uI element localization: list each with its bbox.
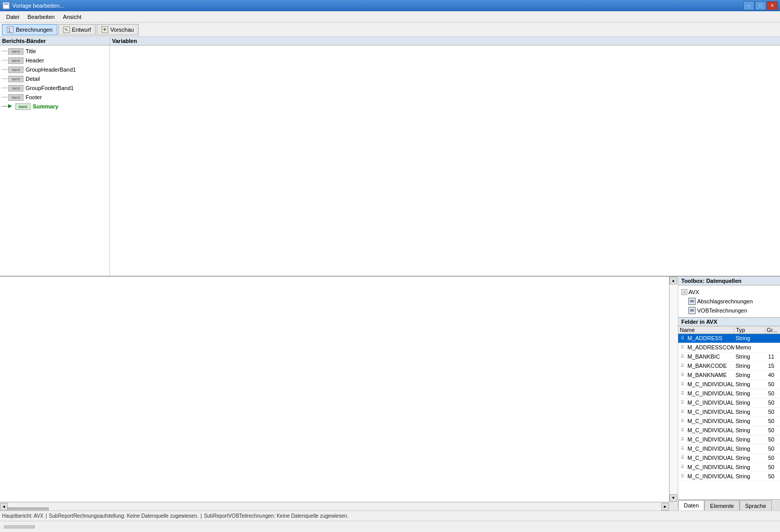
maximize-button[interactable]: □ — [755, 1, 766, 10]
felder-row[interactable]: ⠿M_C_INDIVIDUAL12String50 — [678, 408, 780, 417]
menu-item-bearbeiten[interactable]: Bearbeiten — [24, 13, 59, 21]
band-item-summary[interactable]: ┄┄┄┄▶bandSummary — [0, 102, 109, 111]
felder-row-icon: ⠿ — [678, 416, 686, 426]
felder-row-icon: ⠿ — [678, 462, 686, 472]
felder-row[interactable]: ⠿M_ADDRESSString — [678, 334, 780, 343]
band-tree-lines: ┄┄┄┄ — [1, 104, 7, 109]
tab-entwurf[interactable]: ✎ Entwurf — [58, 24, 96, 35]
menu-item-datei[interactable]: Datei — [2, 13, 24, 21]
band-item-detail[interactable]: ┄┄┄┄bandDetail — [0, 74, 109, 83]
felder-typ: String — [734, 353, 763, 360]
scroll-track-v — [670, 284, 678, 494]
top-panels: Berichts-Bänder ┄┄┄┄bandTitle┄┄┄┄bandHea… — [0, 37, 780, 277]
toolbox-item-vobteilrechnungen[interactable]: dbVOBTeilrechnungen — [680, 306, 778, 315]
svg-text:∑: ∑ — [8, 28, 11, 32]
band-label: Footer — [26, 94, 42, 100]
felder-typ: String — [734, 446, 763, 452]
band-label: GroupFooterBand1 — [26, 85, 74, 91]
felder-row[interactable]: ⠿M_C_INDIVIDUAL16String50 — [678, 445, 780, 454]
design-area[interactable]: ▲ ▼ ◄ ► — [0, 277, 678, 511]
felder-gr: 50 — [763, 436, 775, 442]
felder-typ: String — [734, 390, 763, 396]
toolbox-item-label: Abschlagsrechnungen — [697, 298, 753, 304]
scroll-thumb-h[interactable] — [8, 507, 49, 511]
felder-col-header-typ: Typ — [734, 326, 765, 334]
title-bar: Vorlage bearbeiten... – □ ✕ — [0, 0, 780, 11]
menu-item-ansicht[interactable]: Ansicht — [59, 13, 85, 21]
felder-row-icon: ⠿ — [678, 389, 686, 398]
felder-typ: String — [734, 400, 763, 406]
felder-row[interactable]: ⠿M_C_INDIVIDUAL11String50 — [678, 398, 780, 408]
felder-row[interactable]: ⠿M_C_INDIVIDUAL14String50 — [678, 426, 780, 435]
close-button[interactable]: ✕ — [767, 1, 778, 10]
felder-name: M_ADDRESS — [686, 335, 734, 341]
felder-row-icon: ⠿ — [678, 444, 686, 453]
felder-row[interactable]: ⠿M_C_INDIVIDUAL15String50 — [678, 435, 780, 445]
bottom-tab-daten[interactable]: Daten — [678, 500, 704, 511]
band-item-groupheaderband1[interactable]: ┄┄┄┄bandGroupHeaderBand1 — [0, 65, 109, 74]
felder-row[interactable]: ⠿M_BANKNAMEString40 — [678, 371, 780, 380]
felder-gr: 50 — [763, 409, 775, 415]
band-item-footer[interactable]: ┄┄┄┄bandFooter — [0, 93, 109, 102]
design-scrollbar-horizontal[interactable]: ◄ ► — [0, 502, 669, 511]
toolbox-item-abschlagsrechnungen[interactable]: dbAbschlagsrechnungen — [680, 297, 778, 306]
variables-panel-header: Variablen — [110, 37, 780, 46]
tab-berechnungen[interactable]: ∑ Berechnungen — [2, 24, 57, 35]
toolbox-item-avx[interactable]: -AVX — [680, 287, 778, 297]
felder-row[interactable]: ⠿M_ADDRESSCOMPLETMemo — [678, 343, 780, 352]
scroll-right-arrow[interactable]: ► — [661, 503, 669, 511]
window-controls: – □ ✕ — [743, 1, 778, 10]
felder-gr: 50 — [763, 473, 775, 479]
felder-name: M_C_INDIVIDUAL19 — [686, 473, 734, 479]
felder-row[interactable]: ⠿M_C_INDIVIDUAL17String50 — [678, 454, 780, 463]
felder-row[interactable]: ⠿M_C_INDIVIDUAL10String50 — [678, 389, 780, 398]
felder-typ: String — [734, 418, 763, 424]
felder-name: M_C_INDIVIDUAL1 — [686, 381, 734, 387]
status-subreport2: SubReportVOBTeilrechnungen: Keine Datenq… — [204, 513, 348, 519]
felder-header: Felder in AVX — [678, 318, 780, 326]
menu-bar: Datei Bearbeiten Ansicht — [0, 11, 780, 23]
scroll-left-arrow[interactable]: ◄ — [0, 503, 8, 511]
band-icon: band — [8, 76, 24, 82]
felder-row[interactable]: ⠿M_C_INDIVIDUAL1String50 — [678, 380, 780, 389]
main-area: Berichts-Bänder ┄┄┄┄bandTitle┄┄┄┄bandHea… — [0, 37, 780, 511]
felder-row[interactable]: ⠿M_C_INDIVIDUAL19String50 — [678, 472, 780, 481]
scroll-up-arrow[interactable]: ▲ — [670, 277, 677, 284]
felder-name: M_C_INDIVIDUAL18 — [686, 464, 734, 470]
felder-name: M_BANKNAME — [686, 372, 734, 378]
bottom-tab-elemente[interactable]: Elemente — [704, 500, 739, 511]
bottom-tab-sprache[interactable]: Sprache — [740, 500, 772, 511]
felder-gr: 50 — [763, 400, 775, 406]
tab-vorschau[interactable]: 👁 Vorschau — [97, 24, 139, 35]
felder-gr: 50 — [763, 446, 775, 452]
toolbox-item-label: VOBTeilrechnungen — [697, 307, 747, 314]
felder-col-header-gr: Gr... — [765, 326, 778, 334]
svg-text:✎: ✎ — [64, 28, 68, 32]
felder-row[interactable]: ⠿M_BANKCODEString15 — [678, 362, 780, 371]
expand-icon[interactable]: ▶ — [8, 103, 14, 109]
felder-row-icon: ⠿ — [678, 343, 686, 352]
felder-name: M_C_INDIVIDUAL16 — [686, 446, 734, 452]
felder-row[interactable]: ⠿M_C_INDIVIDUAL13String50 — [678, 417, 780, 426]
band-item-groupfooterband1[interactable]: ┄┄┄┄bandGroupFooterBand1 — [0, 83, 109, 93]
felder-name: M_ADDRESSCOMPLET — [686, 344, 734, 350]
svg-rect-0 — [3, 3, 9, 9]
resize-handle[interactable] — [4, 525, 35, 528]
minimize-button[interactable]: – — [743, 1, 754, 10]
design-canvas[interactable] — [0, 277, 669, 502]
felder-name: M_C_INDIVIDUAL15 — [686, 436, 734, 442]
felder-gr: 50 — [763, 464, 775, 470]
status-hauptbericht: Hauptbericht: AVX — [2, 513, 43, 519]
band-icon: band — [8, 57, 24, 64]
felder-name: M_BANKCODE — [686, 363, 734, 369]
felder-row[interactable]: ⠿M_BANKBICString11 — [678, 352, 780, 362]
felder-row[interactable]: ⠿M_C_INDIVIDUAL18String50 — [678, 463, 780, 472]
svg-rect-1 — [4, 4, 8, 5]
scroll-down-arrow[interactable]: ▼ — [670, 494, 677, 502]
band-label: GroupHeaderBand1 — [26, 66, 76, 73]
design-scrollbar-vertical[interactable]: ▲ ▼ — [669, 277, 678, 502]
preview-icon: 👁 — [101, 26, 108, 33]
felder-row-icon: ⠿ — [678, 352, 686, 361]
band-item-title[interactable]: ┄┄┄┄bandTitle — [0, 47, 109, 56]
band-item-header[interactable]: ┄┄┄┄bandHeader — [0, 56, 109, 65]
